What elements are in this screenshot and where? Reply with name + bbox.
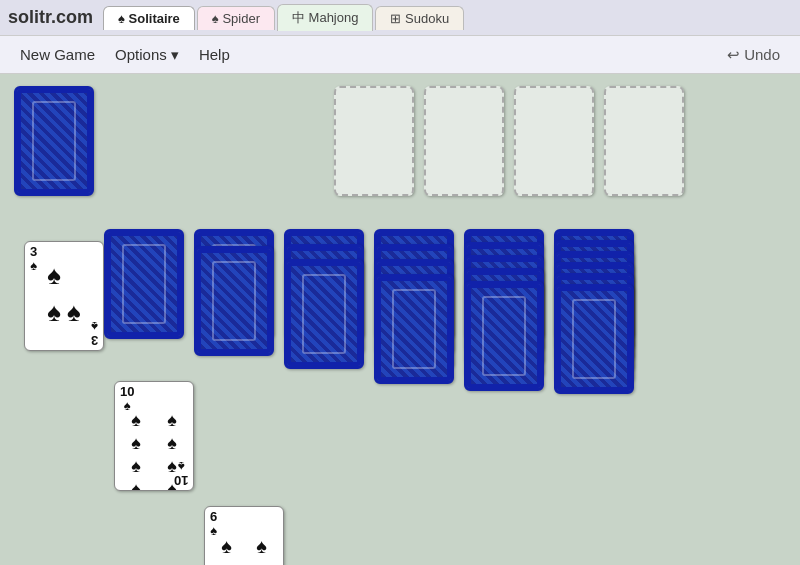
header: solitr.com ♠ Solitaire ♠ Spider 中 Mahjon… — [0, 0, 800, 36]
tableau-col-1-face[interactable]: 10♠ ♠ ♠ ♠ ♠ ♠ ♠ ♠ ♠ 10♠ — [114, 381, 194, 491]
tableau-col-1-back-0 — [104, 229, 184, 339]
tableau-col-0-face[interactable]: 3♠ ♠ ♠ ♠ ♠ 3♠ — [24, 241, 104, 351]
foundation-2[interactable] — [424, 86, 504, 196]
tab-solitaire[interactable]: ♠ Solitaire — [103, 6, 195, 30]
undo-button[interactable]: ↩ Undo — [717, 42, 790, 68]
tab-mahjong[interactable]: 中 Mahjong — [277, 4, 373, 31]
stock-pile[interactable] — [14, 86, 94, 196]
foundation-3[interactable] — [514, 86, 594, 196]
game-area: 3♠ ♠ ♠ ♠ ♠ 3♠ 10♠ ♠ ♠ ♠ ♠ ♠ ♠ ♠ ♠ 10♠ 6 — [0, 74, 800, 565]
help-button[interactable]: Help — [189, 42, 240, 67]
tableau-col-5-back-4 — [464, 281, 544, 391]
tab-sudoku[interactable]: ⊞ Sudoku — [375, 6, 464, 30]
options-button[interactable]: Options ▾ — [105, 42, 189, 68]
undo-icon: ↩ — [727, 46, 744, 63]
tableau-col-2-face[interactable]: 6♠ ♠ ♠ ♠ ♠ ♠ ♠ 6♠ — [204, 506, 284, 565]
foundation-4[interactable] — [604, 86, 684, 196]
tableau-col-2-back-1 — [194, 246, 274, 356]
toolbar: New Game Options ▾ Help ↩ Undo — [0, 36, 800, 74]
tableau-col-6-back-5 — [554, 284, 634, 394]
site-logo: solitr.com — [8, 7, 93, 28]
tab-spider[interactable]: ♠ Spider — [197, 6, 275, 30]
tableau-col-3-back-2 — [284, 259, 364, 369]
dropdown-arrow-icon: ▾ — [171, 46, 179, 63]
new-game-button[interactable]: New Game — [10, 42, 105, 67]
options-label: Options — [115, 46, 167, 63]
tableau-col-4-back-3 — [374, 274, 454, 384]
foundation-1[interactable] — [334, 86, 414, 196]
